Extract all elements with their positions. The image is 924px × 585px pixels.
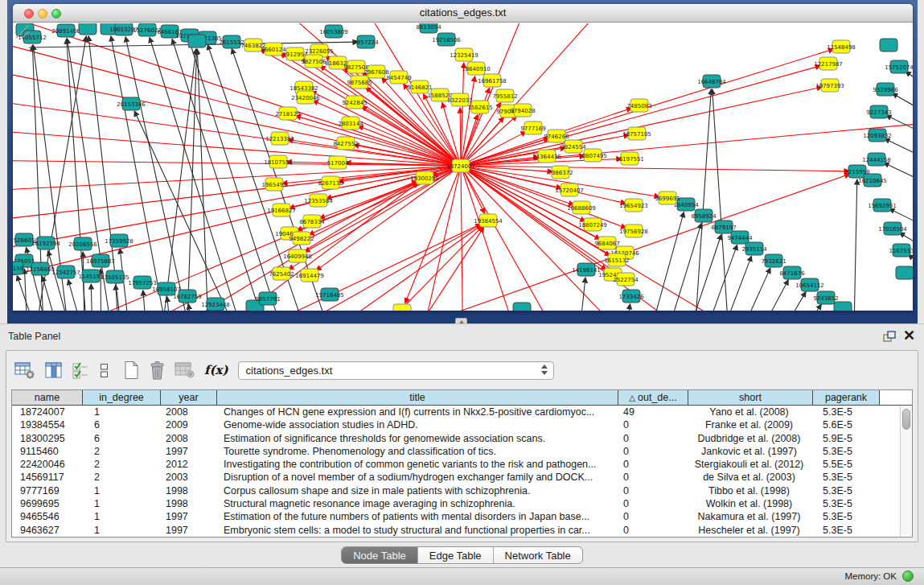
network-node[interactable]: 7932621: [761, 254, 786, 267]
network-node[interactable]: 19756928: [619, 225, 648, 237]
network-node[interactable]: 2522754: [613, 273, 639, 286]
network-node[interactable]: 9794028: [510, 104, 535, 117]
citation-edge[interactable]: [576, 278, 585, 311]
column-header-in_degree[interactable]: in_degree: [83, 390, 161, 405]
import-table-icon[interactable]: [175, 361, 195, 379]
network-node[interactable]: 9329966: [873, 83, 898, 96]
citation-edge[interactable]: [68, 280, 93, 311]
network-node[interactable]: 20206556: [68, 237, 97, 250]
column-header-out_de[interactable]: △out_de...: [618, 390, 688, 405]
network-node[interactable]: 12325419: [450, 48, 478, 61]
network-node[interactable]: 9242845: [342, 96, 367, 109]
citation-edge[interactable]: [620, 304, 630, 311]
citation-edge[interactable]: [741, 280, 788, 311]
network-node[interactable]: [79, 23, 97, 35]
network-node[interactable]: 12353584: [304, 194, 333, 207]
network-node[interactable]: [513, 303, 531, 311]
citation-edge[interactable]: [777, 304, 821, 311]
table-row[interactable]: 2242004622012Investigating the contribut…: [12, 458, 912, 471]
network-node[interactable]: 8267130: [318, 176, 343, 189]
node-attribute-table[interactable]: namein_degreeyeartitle△out_de...shortpag…: [11, 389, 913, 538]
citation-edge[interactable]: [13, 34, 461, 166]
network-node[interactable]: 39159: [13, 262, 23, 274]
table-row[interactable]: 911546021997Tourette syndrome. Phenomeno…: [12, 445, 912, 458]
network-node[interactable]: 9777169: [520, 122, 545, 134]
network-node[interactable]: 9227343: [866, 105, 891, 118]
network-node[interactable]: 7857224: [353, 35, 379, 48]
network-node[interactable]: 9857791: [255, 292, 280, 305]
column-header-title[interactable]: title: [217, 390, 618, 405]
tab-node-table[interactable]: Node Table: [342, 547, 417, 563]
network-node[interactable]: 14196141: [572, 263, 601, 276]
table-row[interactable]: 969969511998Structural magnetic resonanc…: [12, 497, 912, 510]
citation-edge[interactable]: [296, 116, 461, 166]
citation-edge[interactable]: [713, 89, 731, 311]
column-header-year[interactable]: year: [161, 390, 217, 405]
tab-network-table[interactable]: Network Table: [493, 547, 582, 563]
network-node[interactable]: 2803144: [338, 117, 363, 130]
network-node[interactable]: 8958924: [691, 209, 717, 222]
network-node[interactable]: 16914479: [295, 269, 324, 282]
table-selector-dropdown[interactable]: citations_edges.txt: [238, 361, 554, 380]
network-node[interactable]: 8427552: [333, 137, 358, 150]
close-panel-icon[interactable]: ✕: [903, 328, 915, 344]
network-node[interactable]: 8813054: [416, 23, 441, 33]
citation-edge[interactable]: [188, 304, 198, 311]
table-body[interactable]: 1872400712008Changes of HCN gene express…: [12, 406, 912, 537]
citation-edge[interactable]: [692, 89, 711, 311]
table-row[interactable]: 977716911998Corpus callosum shape and si…: [12, 484, 912, 497]
network-node[interactable]: [880, 39, 897, 51]
window-minimize-button[interactable]: [38, 9, 47, 19]
citation-edge[interactable]: [358, 126, 461, 166]
citation-edge[interactable]: [461, 166, 849, 171]
network-node[interactable]: 12217987: [814, 57, 843, 70]
network-node[interactable]: 12213383: [265, 132, 294, 145]
network-node[interactable]: 19797393: [815, 79, 844, 92]
new-table-icon[interactable]: [123, 360, 140, 380]
tab-edge-table[interactable]: Edge Table: [417, 547, 493, 563]
citation-edge[interactable]: [656, 224, 701, 311]
network-node[interactable]: 7986372: [548, 166, 573, 179]
table-row[interactable]: 1830029562008Estimation of significance …: [12, 432, 912, 445]
network-node[interactable]: [834, 302, 852, 311]
delete-table-icon[interactable]: [149, 360, 166, 381]
network-node[interactable]: 10688609: [567, 201, 596, 214]
network-node[interactable]: [393, 304, 411, 311]
network-node[interactable]: 1562615: [467, 101, 492, 113]
network-node[interactable]: 9498222: [289, 232, 314, 245]
window-close-button[interactable]: [24, 9, 34, 19]
table-row[interactable]: 1872400712008Changes of HCN gene express…: [12, 406, 912, 418]
network-node[interactable]: 18757105: [622, 127, 651, 140]
network-node[interactable]: 1733426: [618, 290, 644, 303]
network-node[interactable]: 8454749: [386, 71, 411, 84]
table-header-row[interactable]: namein_degreeyeartitle△out_de...shortpag…: [12, 390, 912, 406]
network-node[interactable]: 18640910: [462, 62, 491, 75]
float-window-icon[interactable]: [883, 331, 897, 343]
network-window-titlebar[interactable]: citations_edges.txt: [13, 4, 913, 23]
network-node[interactable]: 9875685: [347, 76, 372, 89]
table-row[interactable]: 1938455462009Genome-wide association stu…: [12, 418, 912, 431]
select-all-icon[interactable]: [72, 361, 90, 380]
network-node[interactable]: 2935114: [741, 242, 767, 255]
citation-network-graph[interactable]: 1405571220891406106532871527602264661611…: [13, 23, 913, 311]
table-settings-icon[interactable]: [14, 361, 36, 380]
scrollbar-thumb[interactable]: [902, 409, 910, 430]
network-node[interactable]: 20891406: [51, 24, 80, 37]
table-row[interactable]: 946554611997Estimation of the future num…: [12, 510, 912, 523]
column-header-short[interactable]: short: [688, 390, 813, 405]
network-node[interactable]: 16409948: [283, 249, 312, 262]
network-node[interactable]: 19218506: [432, 33, 461, 46]
citation-edge[interactable]: [884, 163, 913, 192]
citation-edge[interactable]: [640, 212, 684, 311]
network-node[interactable]: 15716485: [315, 288, 344, 301]
network-window[interactable]: citations_edges.txt 14055712208914061065…: [13, 4, 913, 311]
network-node[interactable]: 8678334: [299, 215, 325, 228]
network-node[interactable]: 3824554: [561, 140, 586, 153]
window-zoom-button[interactable]: [51, 9, 61, 19]
network-node[interactable]: 1167533: [889, 244, 913, 257]
table-row[interactable]: 1456911722003Disruption of a novel membe…: [12, 471, 912, 484]
network-node[interactable]: 15720407: [555, 183, 584, 196]
memory-status-icon[interactable]: [902, 571, 914, 582]
network-node[interactable]: 18107554: [264, 155, 293, 168]
citation-edge[interactable]: [143, 290, 150, 311]
